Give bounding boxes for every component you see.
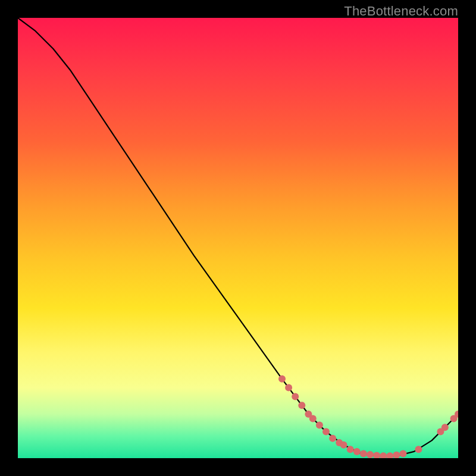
data-point [367, 451, 374, 458]
data-point [285, 384, 292, 392]
data-point [393, 452, 400, 458]
data-point [386, 452, 393, 458]
data-point [400, 450, 407, 458]
bottleneck-curve [18, 18, 458, 456]
watermark-text: TheBottleneck.com [344, 4, 458, 19]
data-point [415, 446, 422, 453]
data-point [322, 428, 330, 436]
data-point [380, 452, 387, 458]
data-point [347, 446, 354, 453]
chart-frame: TheBottleneck.com [0, 0, 476, 476]
data-point [298, 402, 305, 409]
marker-layer [278, 375, 458, 458]
data-point [309, 415, 317, 422]
data-point [292, 393, 299, 400]
data-point [278, 375, 286, 383]
data-point [353, 448, 361, 455]
data-point [316, 422, 323, 429]
data-point [441, 424, 449, 431]
data-point [329, 435, 336, 442]
data-point [340, 441, 347, 449]
data-point [373, 452, 380, 458]
data-point [360, 450, 367, 458]
plot-area [18, 18, 458, 458]
chart-svg [18, 18, 458, 458]
